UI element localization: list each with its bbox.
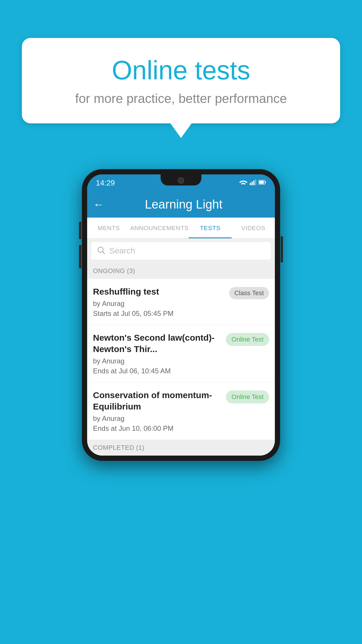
test-content-1: Reshuffling test by Anurag Starts at Jul… (93, 286, 226, 318)
tab-ments[interactable]: MENTS (87, 218, 130, 238)
bubble-title: Online tests (45, 55, 317, 85)
back-button[interactable]: ← (93, 198, 104, 211)
status-icons (239, 179, 266, 186)
test-date-2: Ends at Jul 06, 10:45 AM (93, 367, 223, 375)
phone-outer: 14:29 (82, 169, 280, 461)
test-date-1: Starts at Jul 05, 05:45 PM (93, 309, 226, 318)
ongoing-label: ONGOING (3) (93, 267, 135, 274)
completed-label: COMPLETED (1) (93, 444, 144, 451)
test-title-1: Reshuffling test (93, 286, 226, 297)
speech-bubble-container: Online tests for more practice, better p… (22, 38, 340, 123)
test-content-3: Conservation of momentum-Equilibrium by … (93, 389, 223, 433)
svg-rect-2 (253, 181, 254, 185)
svg-rect-5 (265, 181, 266, 183)
phone-notch (161, 174, 201, 186)
search-icon (97, 246, 105, 256)
test-badge-1: Class Test (229, 287, 269, 299)
ongoing-section-header: ONGOING (3) (87, 263, 275, 279)
phone-mockup: 14:29 (82, 169, 280, 461)
app-bar: ← Learning Light (87, 191, 275, 218)
test-author-2: by Anurag (93, 357, 223, 365)
test-item-3[interactable]: Conservation of momentum-Equilibrium by … (87, 382, 275, 440)
signal-icon (250, 179, 256, 186)
test-item-2[interactable]: Newton's Second law(contd)-Newton's Thir… (87, 325, 275, 382)
test-badge-2: Online Test (226, 333, 269, 346)
tab-announcements[interactable]: ANNOUNCEMENTS (130, 218, 189, 238)
status-time: 14:29 (96, 178, 115, 188)
svg-rect-1 (252, 182, 253, 185)
search-input[interactable]: Search (109, 246, 135, 256)
phone-screen: 14:29 (87, 174, 275, 456)
svg-line-8 (103, 252, 105, 254)
app-bar-title: Learning Light (110, 197, 257, 211)
test-title-3: Conservation of momentum-Equilibrium (93, 389, 223, 412)
test-author-1: by Anurag (93, 300, 226, 308)
test-badge-3: Online Test (226, 391, 269, 403)
volume-up-button (79, 222, 81, 239)
test-list: Reshuffling test by Anurag Starts at Jul… (87, 279, 275, 440)
svg-rect-6 (259, 181, 264, 184)
search-area: Search (87, 239, 275, 263)
test-date-3: Ends at Jun 10, 06:00 PM (93, 424, 223, 433)
tab-tests[interactable]: TESTS (189, 218, 232, 238)
test-title-2: Newton's Second law(contd)-Newton's Thir… (93, 332, 223, 355)
speech-bubble: Online tests for more practice, better p… (22, 38, 340, 123)
bubble-subtitle: for more practice, better performance (45, 91, 317, 106)
test-item-1[interactable]: Reshuffling test by Anurag Starts at Jul… (87, 279, 275, 325)
battery-icon (259, 180, 266, 186)
search-box[interactable]: Search (91, 242, 271, 260)
wifi-icon (239, 179, 247, 186)
svg-rect-0 (250, 183, 251, 185)
completed-section-header: COMPLETED (1) (87, 440, 275, 456)
phone-camera (178, 177, 184, 184)
tab-videos[interactable]: VIDEOS (232, 218, 275, 238)
svg-rect-3 (255, 179, 256, 185)
test-content-2: Newton's Second law(contd)-Newton's Thir… (93, 332, 223, 375)
tab-bar: MENTS ANNOUNCEMENTS TESTS VIDEOS (87, 218, 275, 239)
volume-down-button (79, 245, 81, 268)
power-button (281, 236, 283, 262)
test-author-3: by Anurag (93, 414, 223, 423)
